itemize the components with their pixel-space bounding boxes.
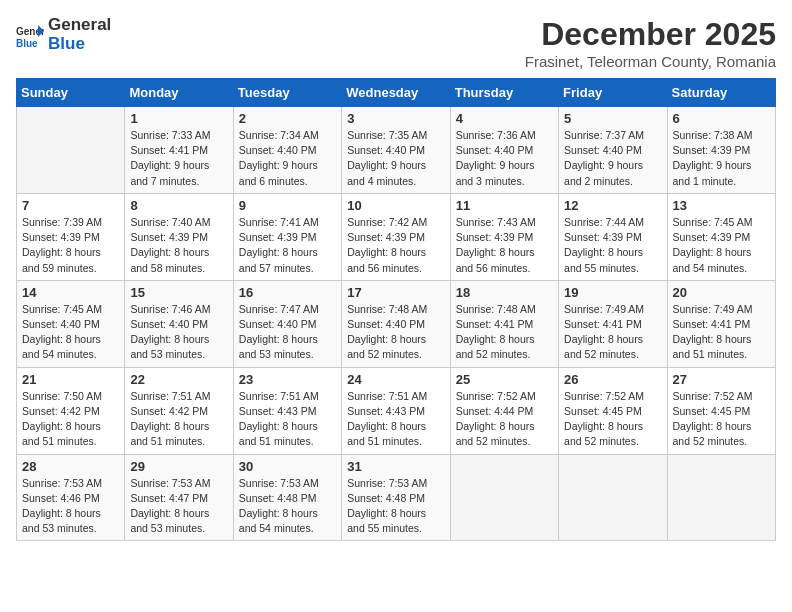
calendar-cell: 8Sunrise: 7:40 AMSunset: 4:39 PMDaylight…: [125, 193, 233, 280]
day-info: Sunrise: 7:50 AMSunset: 4:42 PMDaylight:…: [22, 389, 119, 450]
day-info: Sunrise: 7:49 AMSunset: 4:41 PMDaylight:…: [564, 302, 661, 363]
calendar-cell: 1Sunrise: 7:33 AMSunset: 4:41 PMDaylight…: [125, 107, 233, 194]
day-number: 28: [22, 459, 119, 474]
calendar-cell: 24Sunrise: 7:51 AMSunset: 4:43 PMDayligh…: [342, 367, 450, 454]
calendar-cell: 18Sunrise: 7:48 AMSunset: 4:41 PMDayligh…: [450, 280, 558, 367]
day-number: 27: [673, 372, 770, 387]
day-info: Sunrise: 7:51 AMSunset: 4:43 PMDaylight:…: [239, 389, 336, 450]
weekday-header-tuesday: Tuesday: [233, 79, 341, 107]
day-info: Sunrise: 7:39 AMSunset: 4:39 PMDaylight:…: [22, 215, 119, 276]
calendar-cell: 28Sunrise: 7:53 AMSunset: 4:46 PMDayligh…: [17, 454, 125, 541]
day-info: Sunrise: 7:38 AMSunset: 4:39 PMDaylight:…: [673, 128, 770, 189]
day-info: Sunrise: 7:44 AMSunset: 4:39 PMDaylight:…: [564, 215, 661, 276]
calendar-cell: 12Sunrise: 7:44 AMSunset: 4:39 PMDayligh…: [559, 193, 667, 280]
day-info: Sunrise: 7:46 AMSunset: 4:40 PMDaylight:…: [130, 302, 227, 363]
calendar-cell: 4Sunrise: 7:36 AMSunset: 4:40 PMDaylight…: [450, 107, 558, 194]
day-number: 9: [239, 198, 336, 213]
page-header: General Blue General Blue December 2025 …: [16, 16, 776, 70]
day-number: 16: [239, 285, 336, 300]
calendar-cell: 16Sunrise: 7:47 AMSunset: 4:40 PMDayligh…: [233, 280, 341, 367]
day-number: 12: [564, 198, 661, 213]
day-number: 30: [239, 459, 336, 474]
day-number: 11: [456, 198, 553, 213]
title-area: December 2025 Frasinet, Teleorman County…: [525, 16, 776, 70]
day-info: Sunrise: 7:51 AMSunset: 4:42 PMDaylight:…: [130, 389, 227, 450]
day-info: Sunrise: 7:36 AMSunset: 4:40 PMDaylight:…: [456, 128, 553, 189]
calendar-cell: [667, 454, 775, 541]
calendar-cell: 20Sunrise: 7:49 AMSunset: 4:41 PMDayligh…: [667, 280, 775, 367]
day-number: 2: [239, 111, 336, 126]
day-number: 13: [673, 198, 770, 213]
day-number: 8: [130, 198, 227, 213]
day-info: Sunrise: 7:48 AMSunset: 4:40 PMDaylight:…: [347, 302, 444, 363]
calendar-cell: [17, 107, 125, 194]
weekday-header-saturday: Saturday: [667, 79, 775, 107]
day-number: 1: [130, 111, 227, 126]
svg-text:Blue: Blue: [16, 38, 38, 49]
calendar-cell: 10Sunrise: 7:42 AMSunset: 4:39 PMDayligh…: [342, 193, 450, 280]
day-info: Sunrise: 7:53 AMSunset: 4:46 PMDaylight:…: [22, 476, 119, 537]
logo-blue-text: Blue: [48, 35, 111, 54]
calendar-cell: 23Sunrise: 7:51 AMSunset: 4:43 PMDayligh…: [233, 367, 341, 454]
calendar-week-row: 14Sunrise: 7:45 AMSunset: 4:40 PMDayligh…: [17, 280, 776, 367]
day-info: Sunrise: 7:43 AMSunset: 4:39 PMDaylight:…: [456, 215, 553, 276]
calendar-cell: 31Sunrise: 7:53 AMSunset: 4:48 PMDayligh…: [342, 454, 450, 541]
weekday-header-monday: Monday: [125, 79, 233, 107]
day-info: Sunrise: 7:48 AMSunset: 4:41 PMDaylight:…: [456, 302, 553, 363]
calendar-cell: 11Sunrise: 7:43 AMSunset: 4:39 PMDayligh…: [450, 193, 558, 280]
day-number: 7: [22, 198, 119, 213]
day-number: 4: [456, 111, 553, 126]
day-number: 26: [564, 372, 661, 387]
calendar-week-row: 7Sunrise: 7:39 AMSunset: 4:39 PMDaylight…: [17, 193, 776, 280]
logo: General Blue General Blue: [16, 16, 111, 53]
calendar-cell: 29Sunrise: 7:53 AMSunset: 4:47 PMDayligh…: [125, 454, 233, 541]
day-number: 18: [456, 285, 553, 300]
day-info: Sunrise: 7:45 AMSunset: 4:39 PMDaylight:…: [673, 215, 770, 276]
calendar-cell: 6Sunrise: 7:38 AMSunset: 4:39 PMDaylight…: [667, 107, 775, 194]
calendar-cell: 17Sunrise: 7:48 AMSunset: 4:40 PMDayligh…: [342, 280, 450, 367]
day-info: Sunrise: 7:53 AMSunset: 4:47 PMDaylight:…: [130, 476, 227, 537]
calendar-cell: 5Sunrise: 7:37 AMSunset: 4:40 PMDaylight…: [559, 107, 667, 194]
calendar-cell: [450, 454, 558, 541]
calendar-cell: 26Sunrise: 7:52 AMSunset: 4:45 PMDayligh…: [559, 367, 667, 454]
logo-general-text: General: [48, 16, 111, 35]
day-info: Sunrise: 7:33 AMSunset: 4:41 PMDaylight:…: [130, 128, 227, 189]
day-number: 15: [130, 285, 227, 300]
day-number: 23: [239, 372, 336, 387]
calendar-cell: 7Sunrise: 7:39 AMSunset: 4:39 PMDaylight…: [17, 193, 125, 280]
day-info: Sunrise: 7:37 AMSunset: 4:40 PMDaylight:…: [564, 128, 661, 189]
day-number: 3: [347, 111, 444, 126]
day-number: 17: [347, 285, 444, 300]
day-info: Sunrise: 7:47 AMSunset: 4:40 PMDaylight:…: [239, 302, 336, 363]
day-number: 6: [673, 111, 770, 126]
day-number: 29: [130, 459, 227, 474]
calendar-cell: 3Sunrise: 7:35 AMSunset: 4:40 PMDaylight…: [342, 107, 450, 194]
day-number: 21: [22, 372, 119, 387]
day-number: 19: [564, 285, 661, 300]
calendar-cell: 2Sunrise: 7:34 AMSunset: 4:40 PMDaylight…: [233, 107, 341, 194]
weekday-header-sunday: Sunday: [17, 79, 125, 107]
weekday-header-friday: Friday: [559, 79, 667, 107]
day-info: Sunrise: 7:49 AMSunset: 4:41 PMDaylight:…: [673, 302, 770, 363]
weekday-header-wednesday: Wednesday: [342, 79, 450, 107]
calendar-cell: 9Sunrise: 7:41 AMSunset: 4:39 PMDaylight…: [233, 193, 341, 280]
month-year-title: December 2025: [525, 16, 776, 53]
calendar-cell: 19Sunrise: 7:49 AMSunset: 4:41 PMDayligh…: [559, 280, 667, 367]
day-number: 10: [347, 198, 444, 213]
day-number: 24: [347, 372, 444, 387]
day-info: Sunrise: 7:42 AMSunset: 4:39 PMDaylight:…: [347, 215, 444, 276]
day-info: Sunrise: 7:41 AMSunset: 4:39 PMDaylight:…: [239, 215, 336, 276]
calendar-cell: 30Sunrise: 7:53 AMSunset: 4:48 PMDayligh…: [233, 454, 341, 541]
calendar-week-row: 28Sunrise: 7:53 AMSunset: 4:46 PMDayligh…: [17, 454, 776, 541]
calendar-cell: 14Sunrise: 7:45 AMSunset: 4:40 PMDayligh…: [17, 280, 125, 367]
day-info: Sunrise: 7:45 AMSunset: 4:40 PMDaylight:…: [22, 302, 119, 363]
day-number: 31: [347, 459, 444, 474]
calendar-cell: 25Sunrise: 7:52 AMSunset: 4:44 PMDayligh…: [450, 367, 558, 454]
day-info: Sunrise: 7:53 AMSunset: 4:48 PMDaylight:…: [347, 476, 444, 537]
calendar-table: SundayMondayTuesdayWednesdayThursdayFrid…: [16, 78, 776, 541]
calendar-cell: [559, 454, 667, 541]
day-info: Sunrise: 7:52 AMSunset: 4:45 PMDaylight:…: [564, 389, 661, 450]
location-subtitle: Frasinet, Teleorman County, Romania: [525, 53, 776, 70]
day-number: 25: [456, 372, 553, 387]
calendar-cell: 13Sunrise: 7:45 AMSunset: 4:39 PMDayligh…: [667, 193, 775, 280]
